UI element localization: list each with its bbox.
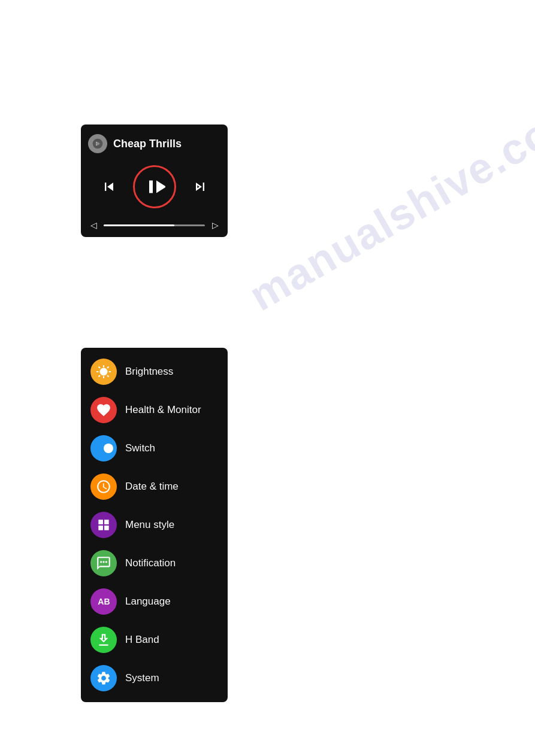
music-controls — [88, 165, 220, 208]
watermark: manualshive.com — [241, 88, 535, 320]
menu-item-h-band[interactable]: H Band — [81, 621, 228, 659]
language-icon: AB — [90, 588, 117, 615]
date-time-label: Date & time — [125, 481, 179, 493]
next-button[interactable] — [191, 177, 210, 196]
menu-item-health-monitor[interactable]: Health & Monitor — [81, 391, 228, 429]
h-band-label: H Band — [125, 634, 159, 646]
menu-style-label: Menu style — [125, 519, 174, 531]
svg-point-5 — [105, 561, 107, 563]
svg-point-4 — [102, 561, 104, 563]
health-monitor-icon — [90, 397, 117, 423]
h-band-icon — [90, 627, 117, 653]
menu-item-switch[interactable]: Switch — [81, 429, 228, 467]
menu-item-menu-style[interactable]: Menu style — [81, 506, 228, 544]
menu-item-date-time[interactable]: Date & time — [81, 467, 228, 506]
music-app-icon — [88, 134, 107, 153]
switch-label: Switch — [125, 442, 155, 454]
menu-item-system[interactable]: System — [81, 659, 228, 697]
brightness-icon — [90, 359, 117, 385]
menu-style-icon — [90, 512, 117, 538]
prev-button[interactable] — [99, 177, 119, 196]
toggle-visual — [93, 442, 114, 454]
volume-up-icon: ▷ — [210, 220, 220, 230]
date-time-icon — [90, 473, 117, 500]
volume-row: ◁ ▷ — [88, 220, 220, 230]
switch-icon — [90, 435, 117, 462]
health-monitor-label: Health & Monitor — [125, 404, 201, 416]
svg-point-1 — [96, 142, 99, 145]
music-title: Cheap Thrills — [113, 138, 182, 150]
system-icon — [90, 665, 117, 691]
volume-bar[interactable] — [104, 224, 205, 226]
brightness-label: Brightness — [125, 366, 173, 378]
volume-fill — [104, 224, 174, 226]
toggle-knob — [104, 444, 113, 453]
settings-menu: Brightness Health & Monitor Switch Date … — [81, 348, 228, 702]
menu-item-notification[interactable]: Notification — [81, 544, 228, 582]
svg-point-2 — [101, 369, 107, 375]
system-label: System — [125, 672, 159, 684]
svg-text:AB: AB — [98, 597, 110, 606]
notification-icon — [90, 550, 117, 576]
music-player: Cheap Thrills ◁ ▷ — [81, 125, 228, 237]
music-header: Cheap Thrills — [88, 134, 220, 153]
notification-label: Notification — [125, 557, 176, 569]
svg-point-3 — [100, 561, 102, 563]
menu-item-brightness[interactable]: Brightness — [81, 353, 228, 391]
language-label: Language — [125, 596, 171, 608]
volume-down-icon: ◁ — [88, 220, 99, 230]
play-pause-button[interactable] — [133, 165, 176, 208]
menu-item-language[interactable]: AB Language — [81, 582, 228, 621]
